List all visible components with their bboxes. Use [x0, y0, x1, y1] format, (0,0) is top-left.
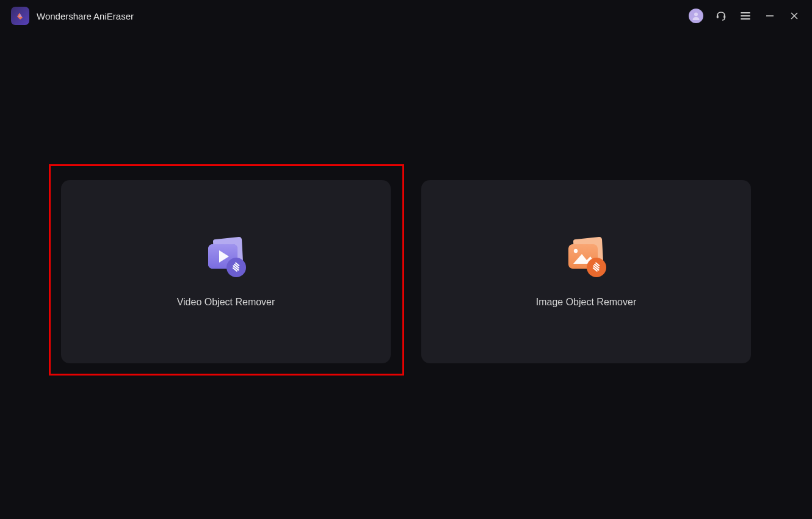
image-object-remover-card[interactable]: Image Object Remover — [421, 180, 751, 363]
video-remover-icon — [202, 236, 250, 280]
svg-point-11 — [227, 258, 246, 277]
video-card-label: Video Object Remover — [177, 297, 275, 308]
svg-point-13 — [574, 249, 578, 253]
image-card-label: Image Object Remover — [536, 297, 637, 308]
main-area: Video Object Remover — [0, 0, 812, 519]
cards-row: Video Object Remover — [61, 180, 751, 363]
video-object-remover-card[interactable]: Video Object Remover — [61, 180, 391, 363]
svg-point-14 — [587, 258, 606, 277]
image-remover-icon — [562, 236, 610, 280]
video-card-wrap: Video Object Remover — [61, 180, 391, 363]
image-card-wrap: Image Object Remover — [421, 180, 751, 363]
